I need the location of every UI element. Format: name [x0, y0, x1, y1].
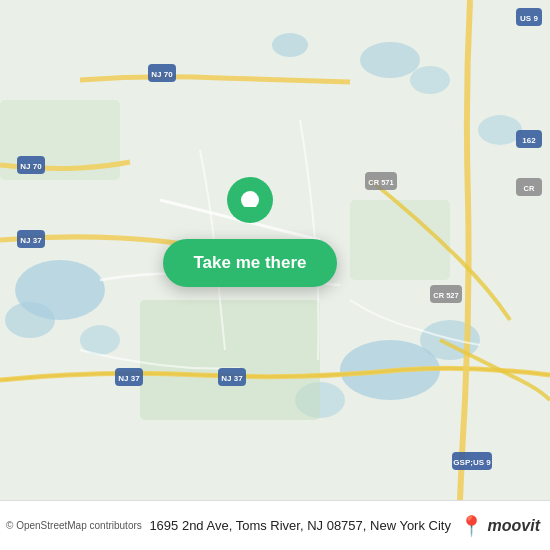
address-text: 1695 2nd Ave, Toms River, NJ 08757, New … — [149, 518, 451, 533]
svg-rect-12 — [350, 200, 450, 280]
svg-text:162: 162 — [522, 136, 536, 145]
take-me-there-button[interactable]: Take me there — [163, 239, 336, 287]
svg-text:NJ 37: NJ 37 — [118, 374, 140, 383]
svg-text:NJ 37: NJ 37 — [20, 236, 42, 245]
svg-text:CR 527: CR 527 — [433, 291, 458, 300]
svg-text:US 9: US 9 — [520, 14, 538, 23]
moovit-logo: 📍 moovit — [459, 514, 540, 538]
svg-point-8 — [410, 66, 450, 94]
location-pin — [220, 175, 280, 235]
svg-text:NJ 70: NJ 70 — [20, 162, 42, 171]
svg-point-37 — [241, 191, 259, 209]
moovit-pin-icon: 📍 — [459, 514, 484, 538]
osm-copyright: © OpenStreetMap contributors — [6, 520, 142, 531]
svg-text:CR: CR — [524, 184, 535, 193]
svg-text:NJ 37: NJ 37 — [221, 374, 243, 383]
map-container: NJ 70 NJ 70 NJ 37 NJ 37 NJ 37 CR 571 CR … — [0, 0, 550, 500]
moovit-wordmark: moovit — [488, 517, 540, 535]
svg-point-2 — [5, 302, 55, 338]
bottom-left-info: © OpenStreetMap contributors — [6, 520, 142, 531]
svg-text:GSP;US 9: GSP;US 9 — [453, 458, 491, 467]
svg-point-10 — [478, 115, 522, 145]
svg-point-7 — [360, 42, 420, 78]
button-overlay: Take me there — [140, 175, 360, 287]
svg-point-9 — [272, 33, 308, 57]
svg-rect-11 — [140, 300, 320, 420]
svg-text:NJ 70: NJ 70 — [151, 70, 173, 79]
bottom-bar: © OpenStreetMap contributors 1695 2nd Av… — [0, 500, 550, 550]
svg-text:CR 571: CR 571 — [368, 178, 393, 187]
